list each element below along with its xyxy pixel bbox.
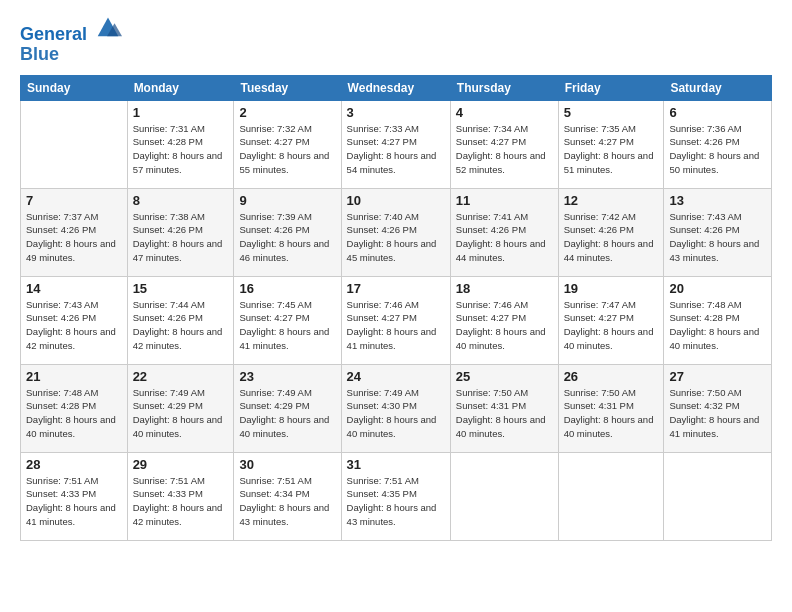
calendar-cell: 16Sunrise: 7:45 AMSunset: 4:27 PMDayligh… — [234, 276, 341, 364]
calendar-cell: 25Sunrise: 7:50 AMSunset: 4:31 PMDayligh… — [450, 364, 558, 452]
day-info: Sunrise: 7:43 AMSunset: 4:26 PMDaylight:… — [669, 210, 766, 265]
day-header-thursday: Thursday — [450, 75, 558, 100]
logo-text: General — [20, 16, 122, 45]
calendar-cell: 7Sunrise: 7:37 AMSunset: 4:26 PMDaylight… — [21, 188, 128, 276]
page: General Blue SundayMondayTuesdayWednesda… — [0, 0, 792, 612]
day-info: Sunrise: 7:48 AMSunset: 4:28 PMDaylight:… — [669, 298, 766, 353]
day-info: Sunrise: 7:50 AMSunset: 4:31 PMDaylight:… — [456, 386, 553, 441]
calendar-cell: 29Sunrise: 7:51 AMSunset: 4:33 PMDayligh… — [127, 452, 234, 540]
day-number: 26 — [564, 369, 659, 384]
calendar-cell: 2Sunrise: 7:32 AMSunset: 4:27 PMDaylight… — [234, 100, 341, 188]
calendar-cell: 13Sunrise: 7:43 AMSunset: 4:26 PMDayligh… — [664, 188, 772, 276]
day-number: 30 — [239, 457, 335, 472]
day-number: 31 — [347, 457, 445, 472]
header: General Blue — [20, 16, 772, 65]
calendar-cell: 23Sunrise: 7:49 AMSunset: 4:29 PMDayligh… — [234, 364, 341, 452]
calendar-cell: 19Sunrise: 7:47 AMSunset: 4:27 PMDayligh… — [558, 276, 664, 364]
logo-icon — [94, 12, 122, 40]
calendar-cell — [558, 452, 664, 540]
day-info: Sunrise: 7:49 AMSunset: 4:29 PMDaylight:… — [239, 386, 335, 441]
calendar-cell: 17Sunrise: 7:46 AMSunset: 4:27 PMDayligh… — [341, 276, 450, 364]
day-info: Sunrise: 7:51 AMSunset: 4:33 PMDaylight:… — [26, 474, 122, 529]
day-info: Sunrise: 7:46 AMSunset: 4:27 PMDaylight:… — [347, 298, 445, 353]
day-header-monday: Monday — [127, 75, 234, 100]
calendar-cell: 31Sunrise: 7:51 AMSunset: 4:35 PMDayligh… — [341, 452, 450, 540]
day-info: Sunrise: 7:38 AMSunset: 4:26 PMDaylight:… — [133, 210, 229, 265]
calendar-cell: 1Sunrise: 7:31 AMSunset: 4:28 PMDaylight… — [127, 100, 234, 188]
calendar-header-row: SundayMondayTuesdayWednesdayThursdayFrid… — [21, 75, 772, 100]
calendar-cell: 14Sunrise: 7:43 AMSunset: 4:26 PMDayligh… — [21, 276, 128, 364]
day-number: 1 — [133, 105, 229, 120]
day-number: 13 — [669, 193, 766, 208]
day-info: Sunrise: 7:51 AMSunset: 4:35 PMDaylight:… — [347, 474, 445, 529]
day-info: Sunrise: 7:36 AMSunset: 4:26 PMDaylight:… — [669, 122, 766, 177]
calendar-cell: 22Sunrise: 7:49 AMSunset: 4:29 PMDayligh… — [127, 364, 234, 452]
day-header-friday: Friday — [558, 75, 664, 100]
calendar-cell: 11Sunrise: 7:41 AMSunset: 4:26 PMDayligh… — [450, 188, 558, 276]
day-info: Sunrise: 7:34 AMSunset: 4:27 PMDaylight:… — [456, 122, 553, 177]
day-number: 2 — [239, 105, 335, 120]
day-info: Sunrise: 7:40 AMSunset: 4:26 PMDaylight:… — [347, 210, 445, 265]
day-info: Sunrise: 7:31 AMSunset: 4:28 PMDaylight:… — [133, 122, 229, 177]
calendar-cell: 18Sunrise: 7:46 AMSunset: 4:27 PMDayligh… — [450, 276, 558, 364]
day-number: 24 — [347, 369, 445, 384]
day-number: 21 — [26, 369, 122, 384]
calendar-week-1: 7Sunrise: 7:37 AMSunset: 4:26 PMDaylight… — [21, 188, 772, 276]
day-info: Sunrise: 7:45 AMSunset: 4:27 PMDaylight:… — [239, 298, 335, 353]
day-info: Sunrise: 7:50 AMSunset: 4:32 PMDaylight:… — [669, 386, 766, 441]
calendar-cell: 21Sunrise: 7:48 AMSunset: 4:28 PMDayligh… — [21, 364, 128, 452]
calendar-cell: 26Sunrise: 7:50 AMSunset: 4:31 PMDayligh… — [558, 364, 664, 452]
day-header-tuesday: Tuesday — [234, 75, 341, 100]
calendar-cell: 27Sunrise: 7:50 AMSunset: 4:32 PMDayligh… — [664, 364, 772, 452]
calendar-cell: 3Sunrise: 7:33 AMSunset: 4:27 PMDaylight… — [341, 100, 450, 188]
calendar-cell: 30Sunrise: 7:51 AMSunset: 4:34 PMDayligh… — [234, 452, 341, 540]
calendar-week-3: 21Sunrise: 7:48 AMSunset: 4:28 PMDayligh… — [21, 364, 772, 452]
day-info: Sunrise: 7:43 AMSunset: 4:26 PMDaylight:… — [26, 298, 122, 353]
day-number: 25 — [456, 369, 553, 384]
day-number: 17 — [347, 281, 445, 296]
calendar-table: SundayMondayTuesdayWednesdayThursdayFrid… — [20, 75, 772, 541]
calendar-cell: 8Sunrise: 7:38 AMSunset: 4:26 PMDaylight… — [127, 188, 234, 276]
day-number: 4 — [456, 105, 553, 120]
day-info: Sunrise: 7:51 AMSunset: 4:34 PMDaylight:… — [239, 474, 335, 529]
day-header-saturday: Saturday — [664, 75, 772, 100]
calendar-cell: 15Sunrise: 7:44 AMSunset: 4:26 PMDayligh… — [127, 276, 234, 364]
day-number: 19 — [564, 281, 659, 296]
day-header-sunday: Sunday — [21, 75, 128, 100]
calendar-week-4: 28Sunrise: 7:51 AMSunset: 4:33 PMDayligh… — [21, 452, 772, 540]
calendar-cell: 20Sunrise: 7:48 AMSunset: 4:28 PMDayligh… — [664, 276, 772, 364]
day-info: Sunrise: 7:32 AMSunset: 4:27 PMDaylight:… — [239, 122, 335, 177]
day-number: 6 — [669, 105, 766, 120]
day-info: Sunrise: 7:50 AMSunset: 4:31 PMDaylight:… — [564, 386, 659, 441]
day-number: 16 — [239, 281, 335, 296]
calendar-cell — [664, 452, 772, 540]
day-number: 23 — [239, 369, 335, 384]
day-number: 9 — [239, 193, 335, 208]
day-number: 12 — [564, 193, 659, 208]
day-number: 5 — [564, 105, 659, 120]
day-info: Sunrise: 7:44 AMSunset: 4:26 PMDaylight:… — [133, 298, 229, 353]
day-info: Sunrise: 7:41 AMSunset: 4:26 PMDaylight:… — [456, 210, 553, 265]
day-info: Sunrise: 7:46 AMSunset: 4:27 PMDaylight:… — [456, 298, 553, 353]
day-info: Sunrise: 7:35 AMSunset: 4:27 PMDaylight:… — [564, 122, 659, 177]
calendar-cell — [450, 452, 558, 540]
calendar-cell: 28Sunrise: 7:51 AMSunset: 4:33 PMDayligh… — [21, 452, 128, 540]
calendar-cell: 12Sunrise: 7:42 AMSunset: 4:26 PMDayligh… — [558, 188, 664, 276]
calendar-week-2: 14Sunrise: 7:43 AMSunset: 4:26 PMDayligh… — [21, 276, 772, 364]
day-number: 18 — [456, 281, 553, 296]
day-number: 8 — [133, 193, 229, 208]
day-number: 27 — [669, 369, 766, 384]
day-number: 22 — [133, 369, 229, 384]
calendar-week-0: 1Sunrise: 7:31 AMSunset: 4:28 PMDaylight… — [21, 100, 772, 188]
calendar-cell: 10Sunrise: 7:40 AMSunset: 4:26 PMDayligh… — [341, 188, 450, 276]
day-number: 7 — [26, 193, 122, 208]
day-number: 28 — [26, 457, 122, 472]
day-number: 10 — [347, 193, 445, 208]
day-info: Sunrise: 7:48 AMSunset: 4:28 PMDaylight:… — [26, 386, 122, 441]
day-info: Sunrise: 7:33 AMSunset: 4:27 PMDaylight:… — [347, 122, 445, 177]
day-number: 3 — [347, 105, 445, 120]
day-number: 11 — [456, 193, 553, 208]
day-info: Sunrise: 7:37 AMSunset: 4:26 PMDaylight:… — [26, 210, 122, 265]
calendar-cell — [21, 100, 128, 188]
day-info: Sunrise: 7:51 AMSunset: 4:33 PMDaylight:… — [133, 474, 229, 529]
